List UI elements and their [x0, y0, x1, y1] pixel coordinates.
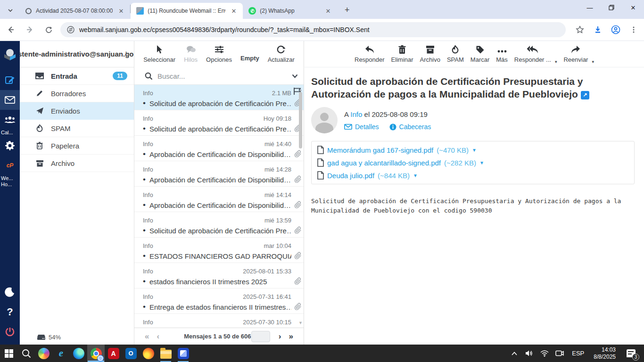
tray-expand-button[interactable]: [508, 345, 521, 362]
folder-archivo[interactable]: Archivo: [20, 155, 134, 172]
tab-search-button[interactable]: [4, 4, 17, 17]
downloads-button[interactable]: [590, 22, 605, 37]
notification-center-button[interactable]: 3: [621, 345, 640, 362]
url-bar[interactable]: webmail.sanjuan.gob.ec/cpsess0054849836/…: [60, 22, 566, 37]
threads-button[interactable]: Hilos: [184, 44, 198, 63]
tab-close-icon[interactable]: ✕: [116, 7, 125, 16]
restore-button[interactable]: [601, 0, 622, 15]
rail-help-button[interactable]: ?: [0, 302, 20, 322]
attachment-menu-icon[interactable]: ▼: [413, 173, 418, 178]
message-row[interactable]: Info2025-07-31 16:41 •Entrega de estados…: [134, 288, 304, 314]
options-button[interactable]: Opciones: [206, 44, 232, 63]
reply-button[interactable]: Responder: [355, 44, 385, 63]
headers-link[interactable]: Cabeceras: [389, 123, 431, 131]
tab-close-icon[interactable]: ✕: [323, 7, 332, 16]
search-input[interactable]: [157, 72, 287, 80]
attachment-item[interactable]: Deuda julio.pdf (~844 KB) ▼: [317, 171, 628, 180]
scroll-up-icon[interactable]: ▲: [298, 87, 303, 92]
taskbar-acrobat-button[interactable]: A: [105, 345, 122, 362]
prev-page-button[interactable]: ‹: [153, 332, 163, 341]
open-in-new-window-icon[interactable]: ↗: [581, 91, 589, 99]
rail-webmail-home-label[interactable]: We...Ho...: [0, 175, 20, 188]
details-link[interactable]: Detalles: [344, 123, 379, 131]
tab-whatsapp[interactable]: ✆ (2) WhatsApp ✕: [243, 3, 337, 19]
account-menu-icon[interactable]: ⋮: [123, 50, 129, 58]
folder-spam[interactable]: SPAM: [20, 120, 134, 137]
site-settings-icon[interactable]: [67, 26, 74, 33]
taskbar-chrome-button[interactable]: ☺: [87, 345, 105, 362]
rail-contacts-button[interactable]: [0, 110, 20, 130]
rail-darkmode-button[interactable]: [0, 282, 20, 302]
clock[interactable]: 14:03 8/8/2025: [590, 346, 619, 361]
browser-menu-button[interactable]: [626, 22, 641, 37]
forward-button[interactable]: Reenviar: [563, 44, 588, 63]
start-button[interactable]: [0, 345, 17, 362]
message-row[interactable]: Infomié 14:14 •Aprobación de Certificaci…: [134, 187, 304, 212]
new-tab-button[interactable]: +: [341, 4, 353, 16]
empty-button[interactable]: Empty: [240, 44, 259, 62]
attachment-menu-icon[interactable]: ▼: [472, 148, 477, 153]
archive-button[interactable]: Archivo: [420, 44, 440, 63]
rail-compose-button[interactable]: [0, 70, 20, 90]
message-row[interactable]: Infomié 14:40 •Aprobación de Certificaci…: [134, 136, 304, 161]
message-row[interactable]: Infomié 13:59 •Solicitud de aprobación d…: [134, 212, 304, 238]
folder-borradores[interactable]: Borradores: [20, 85, 134, 102]
folder-entrada[interactable]: Entrada 11: [20, 67, 134, 85]
refresh-button[interactable]: Actualizar: [268, 44, 295, 63]
taskbar-ie-button[interactable]: e: [52, 345, 70, 362]
taskbar-explorer-button[interactable]: [157, 345, 174, 362]
forward-button[interactable]: [22, 22, 38, 38]
reload-button[interactable]: [41, 22, 57, 38]
attachment-item[interactable]: gad agua y alcantarillado-signed.pdf (~2…: [317, 158, 484, 167]
page-number-input[interactable]: [251, 331, 270, 342]
rail-mail-button[interactable]: [0, 90, 20, 110]
back-button[interactable]: [3, 22, 19, 38]
meet-now-icon[interactable]: [553, 345, 566, 362]
rail-calendar-label[interactable]: Cal...: [0, 130, 20, 136]
message-row[interactable]: Infomar 10:04 •ESTADOS FINANCIEROS GAD P…: [134, 238, 304, 263]
delete-button[interactable]: Eliminar: [391, 44, 413, 63]
profile-button[interactable]: [608, 22, 623, 37]
scrollbar-thumb[interactable]: [299, 92, 302, 148]
select-button[interactable]: Seleccionar: [143, 44, 175, 63]
taskbar-copilot-button[interactable]: [35, 345, 52, 362]
language-indicator[interactable]: ESP: [568, 350, 588, 357]
forward-caret-icon[interactable]: ▾: [592, 59, 594, 64]
more-button[interactable]: Más: [496, 44, 508, 63]
volume-icon[interactable]: [523, 345, 536, 362]
folder-papelera[interactable]: Papelera: [20, 137, 134, 155]
reply-all-caret-icon[interactable]: ▾: [555, 59, 557, 64]
message-row[interactable]: Info2025-07-30 10:15: [134, 314, 304, 328]
search-scope-chevron-icon[interactable]: [292, 74, 298, 78]
taskbar-scanner-button[interactable]: [174, 345, 192, 362]
last-page-button[interactable]: »: [285, 332, 297, 341]
taskbar-outlook-button[interactable]: O: [122, 345, 140, 362]
tab-close-icon[interactable]: ✕: [229, 7, 238, 16]
minimize-button[interactable]: —: [579, 0, 601, 15]
rail-cpanel-logo[interactable]: cP: [0, 156, 20, 175]
next-page-button[interactable]: ›: [275, 332, 285, 341]
reply-all-button[interactable]: Responder ...: [514, 44, 551, 63]
list-scrollbar[interactable]: ▲ ▼: [298, 87, 303, 325]
attachment-menu-icon[interactable]: ▼: [479, 160, 484, 165]
spam-button[interactable]: SPAM: [447, 44, 464, 63]
tab-actividad[interactable]: Actividad 2025-08-07 08:00:00 ✕: [19, 3, 130, 19]
taskbar-search-button[interactable]: [17, 345, 35, 362]
bookmark-star-button[interactable]: [572, 22, 587, 37]
folder-enviados-selected[interactable]: Enviados: [20, 102, 134, 120]
mark-button[interactable]: Marcar: [471, 44, 489, 63]
recipient-link[interactable]: Info: [350, 110, 362, 118]
message-row[interactable]: InfoHoy 09:18 •Solicitud de aprobación d…: [134, 110, 304, 136]
account-bar[interactable]: stente-administrativo@sanjuan.gob.ec ⋮: [20, 41, 134, 67]
close-window-button[interactable]: ✕: [622, 0, 644, 15]
taskbar-edge-button[interactable]: [70, 345, 87, 362]
first-page-button[interactable]: «: [141, 332, 153, 341]
message-row[interactable]: Infomié 14:28 •Aprobación de Certificaci…: [134, 161, 304, 187]
message-row-selected[interactable]: Info2.1 MB •Solicitud de aprobación de C…: [134, 85, 304, 110]
scroll-down-icon[interactable]: ▼: [298, 321, 303, 325]
attachment-item[interactable]: Memorándum gad 167-signed.pdf (~470 KB) …: [317, 146, 477, 154]
taskbar-firefox-button[interactable]: [140, 345, 157, 362]
tab-roundcube-active[interactable]: (11) Roundcube Webmail :: Envi ✕: [131, 3, 243, 19]
message-row[interactable]: Info2025-08-01 15:33 •estados financiero…: [134, 263, 304, 288]
rail-settings-button[interactable]: [0, 136, 20, 156]
